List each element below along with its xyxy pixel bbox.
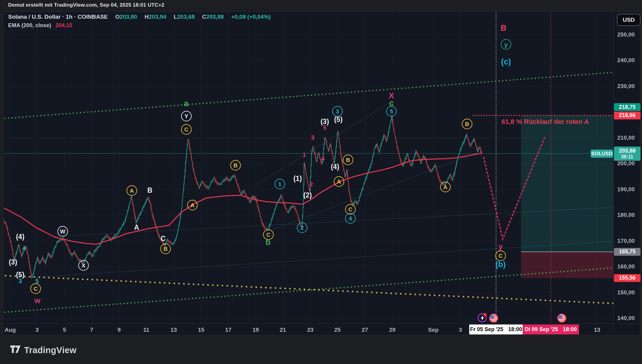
time-scale[interactable]: Aug357911131517192123252729Sep313Fr 05 S…	[3, 324, 640, 335]
wave-label-B[interactable]: B	[343, 155, 353, 165]
wave-label-2[interactable]: 2	[297, 223, 308, 233]
wave-label-1[interactable]: (1)	[293, 175, 302, 183]
price-level-badge: 165,75	[614, 248, 640, 256]
wave-label-X[interactable]: X	[78, 260, 89, 271]
time-tick: 19	[247, 327, 265, 333]
ema-indicator-row[interactable]: EMA (200, close) 204,15	[8, 22, 271, 29]
wave-label-X[interactable]: X	[389, 91, 394, 100]
wave-label-B[interactable]: B	[160, 244, 171, 254]
economic-event-usflag-icon[interactable]	[557, 314, 566, 323]
time-tick: 17	[219, 327, 237, 333]
time-tick: 3	[28, 327, 46, 333]
event-time-text: 18:00	[508, 326, 522, 333]
tradingview-footer[interactable]: TradingView	[10, 345, 77, 355]
wave-label-1[interactable]: 1	[275, 179, 285, 189]
price-level-badge: 218,75	[614, 103, 640, 111]
wave-label-3[interactable]: 3	[332, 106, 343, 117]
legend-separator: ·	[62, 14, 64, 20]
wave-label-y[interactable]: y	[501, 39, 511, 50]
time-tick: 13	[588, 327, 606, 333]
wave-label-C[interactable]: C	[30, 283, 41, 294]
wave-label-C[interactable]: C	[495, 251, 506, 261]
current-price-value: 203,88	[619, 148, 635, 154]
wave-label-C[interactable]: C	[181, 124, 192, 135]
event-date-badge[interactable]: Fr 05 Sep '2518:00	[469, 324, 523, 334]
time-tick: 29	[383, 327, 401, 333]
symbol-title-row[interactable]: Solana / U.S. Dollar · 1h · COINBASE O20…	[8, 14, 271, 20]
wave-label-Y[interactable]: Y	[181, 111, 192, 122]
time-tick: Sep	[424, 327, 442, 333]
event-date-text: Di 09 Sep '25	[525, 326, 558, 333]
economic-event-lightning-icon[interactable]	[478, 313, 487, 322]
wave-label-4[interactable]: 4	[345, 213, 356, 224]
wave-label-B[interactable]: B	[462, 119, 473, 129]
ema-value: 204,15	[55, 22, 72, 28]
price-tick: 170,00	[617, 238, 635, 244]
time-tick: 27	[356, 327, 374, 333]
time-tick: 23	[301, 327, 319, 333]
price-tick: 230,00	[617, 83, 635, 90]
tradingview-logo-text: TradingView	[24, 345, 77, 355]
time-tick: 21	[274, 327, 292, 333]
wave-label-2[interactable]: 2	[309, 181, 313, 188]
wave-label-A[interactable]: A	[187, 200, 198, 210]
time-tick: 13	[165, 327, 183, 333]
wave-label-C[interactable]: C	[161, 235, 166, 243]
wave-label-4[interactable]: 4	[22, 245, 25, 252]
close-value: 203,88	[206, 14, 224, 20]
wave-label-a[interactable]: a	[184, 99, 188, 108]
wave-label-4[interactable]: (4)	[16, 233, 24, 241]
wave-label-A[interactable]: A	[127, 185, 137, 196]
price-tick: 150,00	[617, 289, 635, 296]
wave-label-A[interactable]: A	[440, 182, 451, 192]
high-value: 203,94	[149, 14, 166, 20]
fib-retracement-label[interactable]: 61,8 % Rücklauf der roten A	[501, 118, 589, 126]
price-tick: 140,00	[617, 315, 635, 321]
wave-label-c[interactable]: (c)	[501, 57, 511, 67]
wave-label-B[interactable]: B	[230, 160, 241, 171]
wave-label-5[interactable]: (5)	[334, 116, 343, 124]
wave-label-1[interactable]: 1	[302, 151, 306, 158]
wave-label-2[interactable]: (2)	[303, 191, 312, 199]
event-date-text: Fr 05 Sep '25	[470, 326, 503, 333]
wave-label-w[interactable]: w	[34, 296, 40, 305]
time-tick: 15	[192, 327, 210, 333]
wave-label-W[interactable]: W	[58, 226, 68, 237]
price-scale[interactable]: 250,00240,00230,00210,00200,00190,00180,…	[613, 11, 642, 335]
wave-label-b[interactable]: (b)	[495, 260, 506, 269]
wave-label-4[interactable]: (4)	[331, 163, 339, 171]
time-tick: 9	[110, 327, 128, 333]
time-tick: 7	[83, 327, 101, 333]
wave-label-A[interactable]: A	[134, 223, 139, 232]
chart-canvas[interactable]	[0, 0, 642, 364]
wave-label-4[interactable]: 4	[321, 155, 324, 162]
wave-label-5[interactable]: 5	[323, 124, 326, 131]
legend-separator: ·	[74, 14, 76, 20]
open-value: 203,80	[120, 14, 137, 20]
wave-label-A[interactable]: A	[334, 176, 344, 187]
attribution-text: Demut erstellt mit TradingView.com, Sep …	[8, 2, 164, 8]
wave-label-y[interactable]: y	[498, 242, 503, 251]
symbol-exchange: COINBASE	[77, 14, 108, 20]
change-value: +0,08 (+0,04%)	[231, 14, 271, 20]
wave-label-3[interactable]: 3	[311, 134, 314, 141]
wave-label-B[interactable]: B	[147, 186, 153, 195]
tradingview-logo-icon	[10, 345, 21, 355]
time-tick: 11	[137, 327, 155, 333]
wave-label-B[interactable]: B	[501, 24, 507, 33]
high-label: H	[145, 14, 149, 20]
price-tick: 240,00	[617, 57, 635, 64]
wave-label-b[interactable]: b	[266, 238, 271, 247]
event-date-badge[interactable]: Di 09 Sep '2518:00	[523, 324, 579, 334]
wave-label-3[interactable]: (3)	[9, 258, 17, 266]
wave-label-3[interactable]: 3	[18, 278, 22, 285]
price-tick: 200,00	[617, 160, 635, 167]
wave-label-5[interactable]: 5	[35, 278, 39, 285]
time-tick: 5	[55, 327, 74, 333]
tradingview-screenshot: Demut erstellt mit TradingView.com, Sep …	[0, 0, 642, 364]
price-tick: 210,00	[617, 135, 635, 141]
symbol-legend[interactable]: Solana / U.S. Dollar · 1h · COINBASE O20…	[8, 14, 271, 29]
price-tick: 190,00	[617, 186, 635, 193]
economic-event-usflag-icon[interactable]	[489, 314, 498, 323]
price-level-badge: 218,66	[614, 112, 640, 119]
